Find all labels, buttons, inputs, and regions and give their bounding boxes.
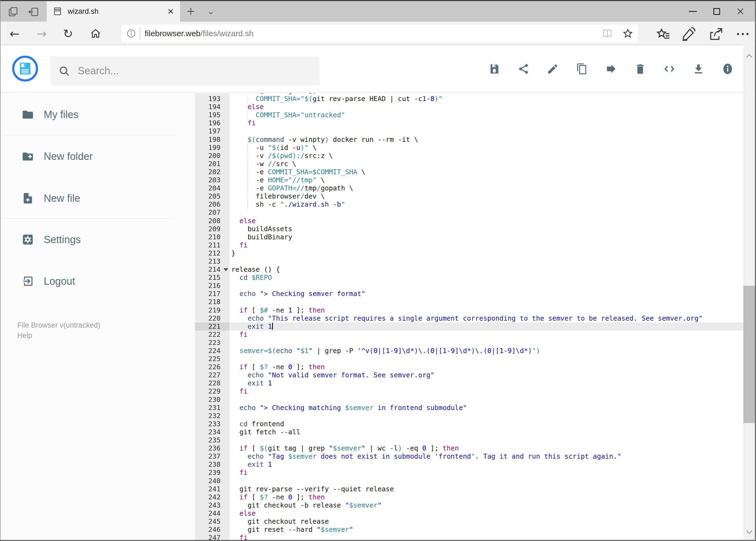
share-icon[interactable] bbox=[708, 26, 724, 42]
sidebar-item-new-folder[interactable]: New folder bbox=[1, 142, 179, 171]
scroll-up-arrow[interactable] bbox=[743, 52, 755, 60]
code-line[interactable]: 221 exit 1 bbox=[195, 322, 744, 330]
code-line[interactable]: 206 sh -c "./wizard.sh -b" bbox=[195, 201, 744, 209]
code-line-text[interactable]: cd $REPO bbox=[229, 273, 744, 282]
code-line-text[interactable]: fi bbox=[229, 119, 744, 127]
code-line-text[interactable]: cd frontend bbox=[229, 420, 744, 428]
sidebar-item-logout[interactable]: Logout bbox=[1, 266, 179, 296]
forward-button[interactable]: → bbox=[34, 25, 50, 42]
rename-edit-button[interactable] bbox=[547, 63, 559, 75]
new-tab-button[interactable]: + bbox=[186, 5, 195, 17]
code-line[interactable]: 219 if [ $# -ne 1 ]; then bbox=[195, 306, 744, 314]
code-line[interactable]: 194 else bbox=[195, 103, 744, 111]
code-line-text[interactable]: echo "> Checking matching $semver in fro… bbox=[229, 404, 744, 412]
tab-menu-chevron-icon[interactable]: ⌄ bbox=[207, 5, 215, 16]
code-line[interactable]: 198 $(command -v winpty) docker run --rm… bbox=[195, 136, 744, 144]
more-options-icon[interactable] bbox=[735, 26, 750, 42]
code-line-text[interactable]: } bbox=[229, 249, 744, 258]
code-line-text[interactable]: sh -c "./wizard.sh -b" bbox=[229, 201, 744, 209]
code-line-text[interactable]: -e GOPATH=//tmp/gopath \ bbox=[229, 184, 744, 192]
home-button[interactable] bbox=[88, 25, 104, 42]
code-line-text[interactable]: if [ $? -ne 0 ]; then bbox=[229, 363, 744, 371]
code-line-text[interactable]: git checkout release bbox=[229, 517, 744, 526]
code-line[interactable]: 222 fi bbox=[195, 330, 744, 339]
address-bar[interactable]: filebrowser.web/files/wizard.sh bbox=[122, 25, 638, 42]
site-info-icon[interactable] bbox=[126, 28, 136, 39]
code-line[interactable]: 212} bbox=[195, 249, 744, 258]
code-line-text[interactable]: fi bbox=[229, 387, 744, 395]
code-line-text[interactable]: buildBinary bbox=[229, 233, 744, 241]
code-line-text[interactable]: echo "> Checking semver format" bbox=[229, 290, 744, 298]
help-link[interactable]: Help bbox=[17, 330, 101, 340]
code-line-text[interactable]: if [ $? -ne 0 ]; then bbox=[229, 493, 744, 501]
code-line[interactable]: 243 git checkout -b release "$semver" bbox=[195, 501, 744, 509]
code-line-text[interactable]: if [ $# -ne 1 ]; then bbox=[229, 306, 744, 314]
code-line-text[interactable]: exit 1 bbox=[229, 460, 744, 469]
page-scrollbar[interactable] bbox=[743, 45, 755, 540]
code-line-text[interactable]: else bbox=[229, 103, 744, 111]
code-line-text[interactable]: else bbox=[229, 217, 744, 225]
code-line[interactable]: 228 exit 1 bbox=[195, 379, 744, 387]
code-line[interactable]: 233 cd frontend bbox=[195, 420, 744, 428]
code-line[interactable]: 237 echo "Tag $semver does not exist in … bbox=[195, 452, 744, 460]
code-line-text[interactable]: fi bbox=[229, 241, 744, 249]
code-line-text[interactable] bbox=[229, 127, 744, 135]
code-line[interactable]: 218 bbox=[195, 298, 744, 306]
sidebar-item-settings[interactable]: Settings bbox=[1, 225, 179, 255]
code-line[interactable]: 231 echo "> Checking matching $semver in… bbox=[195, 404, 744, 412]
scrollbar-thumb[interactable] bbox=[743, 286, 755, 423]
code-line[interactable]: 213 bbox=[195, 258, 744, 266]
window-close-button[interactable] bbox=[728, 1, 752, 22]
code-line-text[interactable]: echo "Not valid semver format. See semve… bbox=[229, 371, 744, 379]
favorites-hub-icon[interactable] bbox=[656, 26, 671, 42]
code-line-text[interactable]: $(command -v winpty) docker run --rm -it… bbox=[229, 136, 744, 144]
save-button[interactable] bbox=[488, 63, 501, 75]
tab-close-icon[interactable]: ✕ bbox=[167, 7, 174, 16]
code-line-text[interactable]: git fetch --all bbox=[229, 428, 744, 436]
code-line[interactable]: 239 fi bbox=[195, 469, 744, 477]
back-button[interactable]: ← bbox=[6, 25, 23, 42]
code-line-text[interactable]: filebrowser/dev \ bbox=[229, 192, 744, 201]
code-line-text[interactable] bbox=[229, 298, 744, 306]
code-line-text[interactable]: else bbox=[229, 509, 744, 517]
code-line[interactable]: 229 fi bbox=[195, 387, 744, 395]
code-line[interactable]: 200 -v /$(pwd):/src:z \ bbox=[195, 152, 744, 160]
code-line[interactable]: 227 echo "Not valid semver format. See s… bbox=[195, 371, 744, 379]
scroll-down-arrow[interactable] bbox=[743, 528, 755, 536]
code-line[interactable]: 211 fi bbox=[195, 241, 744, 249]
code-line[interactable]: 234 git fetch --all bbox=[195, 428, 744, 436]
search-input[interactable] bbox=[77, 65, 299, 77]
sidebar-item-my-files[interactable]: My files bbox=[1, 100, 179, 129]
share-button[interactable] bbox=[517, 63, 530, 75]
code-line[interactable]: 204 -e GOPATH=//tmp/gopath \ bbox=[195, 184, 744, 192]
code-line-text[interactable]: buildAssets bbox=[229, 225, 744, 233]
code-line[interactable]: 201 -w //src \ bbox=[195, 160, 744, 168]
code-line-text[interactable]: COMMIT_SHA="$(git rev-parse HEAD | cut -… bbox=[229, 95, 744, 103]
code-line-text[interactable]: if [ $(git tag | grep "$semver" | wc -l)… bbox=[229, 444, 744, 452]
code-line-text[interactable]: fi bbox=[229, 330, 744, 339]
web-note-pen-icon[interactable] bbox=[681, 26, 696, 42]
code-line[interactable]: 224 semver=$(echo "$1" | grep -P '^v(0|[… bbox=[195, 347, 744, 355]
code-line[interactable]: 210 buildBinary bbox=[195, 233, 744, 241]
copy-button[interactable] bbox=[576, 63, 588, 75]
code-line-text[interactable]: -e COMMIT_SHA=$COMMIT_SHA \ bbox=[229, 168, 744, 176]
code-line[interactable]: 241 git rev-parse --verify --quiet relea… bbox=[195, 485, 744, 493]
code-line[interactable]: 209 buildAssets bbox=[195, 225, 744, 233]
code-line-text[interactable] bbox=[229, 477, 744, 485]
info-button[interactable] bbox=[721, 63, 734, 75]
code-line[interactable]: 232 bbox=[195, 412, 744, 420]
code-line[interactable]: 225 bbox=[195, 355, 744, 363]
filebrowser-logo[interactable] bbox=[12, 56, 38, 82]
code-line-text[interactable]: git rev-parse --verify --quiet release bbox=[229, 485, 744, 493]
code-line-text[interactable]: exit 1 bbox=[229, 322, 744, 330]
search-box[interactable] bbox=[50, 56, 320, 85]
sidebar-item-new-file[interactable]: New file bbox=[1, 184, 179, 213]
code-line-text[interactable]: fi bbox=[229, 469, 744, 477]
code-line-text[interactable] bbox=[229, 436, 744, 444]
code-line-text[interactable] bbox=[229, 209, 744, 217]
code-line-text[interactable] bbox=[229, 355, 744, 363]
reading-view-icon[interactable] bbox=[602, 28, 613, 39]
code-line[interactable]: 242 if [ $? -ne 0 ]; then bbox=[195, 493, 744, 501]
code-line[interactable]: 230 bbox=[195, 396, 744, 404]
code-line[interactable]: 240 bbox=[195, 477, 744, 485]
